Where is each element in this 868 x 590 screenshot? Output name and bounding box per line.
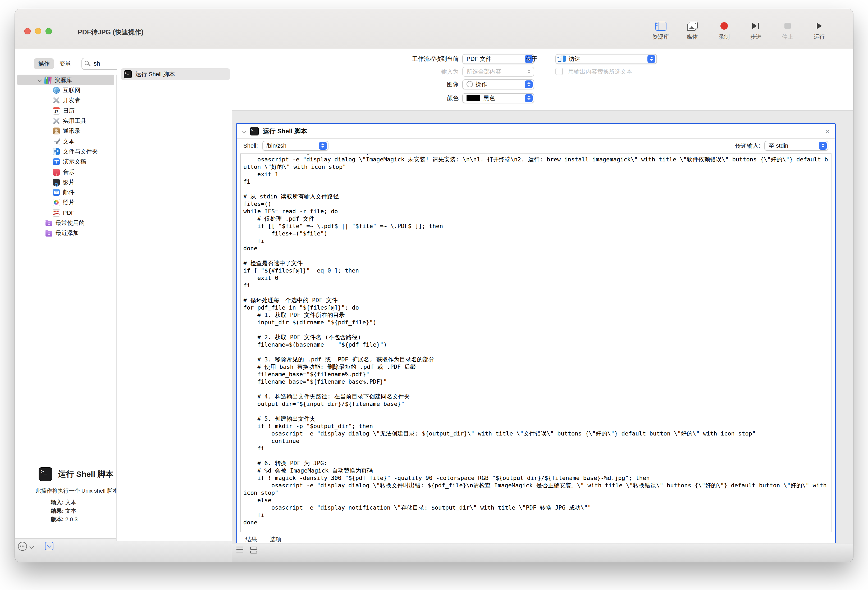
- shell-script-editor[interactable]: if ! command -v magick &> /dev/null; the…: [240, 154, 831, 532]
- automator-window: PDF转JPG (快速操作) 资源库 媒体 录制 步进: [15, 9, 853, 562]
- description-field-version: 版本: 2.0.3: [51, 515, 78, 523]
- bottom-bar: [232, 543, 853, 562]
- description-field-input: 输入: 文本: [51, 498, 78, 506]
- application-popup[interactable]: 访达: [555, 54, 657, 64]
- calendar-icon: 17: [53, 107, 60, 114]
- pdf-icon: PDF: [53, 209, 60, 216]
- search-icon: [85, 61, 90, 67]
- smart-folder-icon: ⚙: [46, 231, 52, 236]
- shell-script-text[interactable]: osascript -e "display dialog \"ImageMagi…: [243, 156, 828, 526]
- developer-tools-icon: [53, 97, 60, 104]
- description-fields: 输入: 文本 结果: 文本 版本: 2.0.3: [51, 498, 78, 523]
- finder-icon: [53, 148, 60, 155]
- actions-list: >_ 运行 Shell 脚本: [117, 49, 232, 541]
- record-icon: [720, 22, 728, 30]
- media-button[interactable]: 媒体: [681, 21, 704, 41]
- description-header: >_ 运行 Shell 脚本: [38, 467, 113, 481]
- pass-input-popup[interactable]: 至 stdin: [764, 140, 828, 151]
- input-is-label: 输入为: [353, 68, 459, 75]
- image-popup[interactable]: 操作: [462, 79, 534, 89]
- popup-stepper-icon: [525, 94, 533, 102]
- sidebar-item-photos[interactable]: 照片: [15, 198, 117, 208]
- music-icon: ♪: [53, 169, 60, 175]
- sidebar-item-text[interactable]: 文本: [15, 136, 117, 146]
- located-in-label: 位于: [484, 55, 537, 63]
- panel-view-icon[interactable]: [250, 547, 257, 553]
- replace-selected-text-checkbox: [555, 68, 563, 75]
- library-sidebar-icon: [655, 21, 666, 30]
- ellipsis-circle-icon[interactable]: [18, 542, 27, 551]
- sidebar-item-movies[interactable]: Q 影片: [15, 177, 117, 187]
- chevron-down-icon[interactable]: [242, 129, 246, 134]
- list-view-icon[interactable]: [236, 547, 243, 552]
- replace-selected-text-label: 用输出内容替换所选文本: [568, 68, 632, 75]
- sidebar-item-internet[interactable]: 互联网: [15, 85, 117, 96]
- results-link[interactable]: 结果: [245, 535, 257, 543]
- window-title: PDF转JPG (快速操作): [78, 28, 144, 37]
- color-popup[interactable]: 黑色: [462, 93, 534, 103]
- sidebar-item-most-used[interactable]: ⚙ 最常使用的: [15, 218, 117, 228]
- desktop: PDF转JPG (快速操作) 资源库 媒体 录制 步进: [0, 0, 868, 590]
- finder-icon: [559, 56, 566, 62]
- terminal-icon: >_: [250, 127, 259, 136]
- description-text: 此操作将执行一个 Unix shell 脚本。: [35, 487, 124, 495]
- action-title: 运行 Shell 脚本: [263, 127, 307, 136]
- utilities-tools-icon: [53, 117, 60, 124]
- color-swatch: [466, 95, 480, 101]
- photos-icon: [53, 199, 60, 206]
- close-icon[interactable]: ×: [825, 128, 830, 135]
- pass-input-label: 传递输入:: [735, 142, 760, 149]
- stop-icon: [784, 23, 791, 29]
- tab-variables[interactable]: 变量: [55, 58, 75, 69]
- workflow-area: 工作流程收到当前 PDF 文件 位于 访达 输入为: [232, 49, 853, 562]
- clipped-script-line: if ! command -v magick &> /dev/null; the…: [243, 154, 828, 156]
- library-tree: 资源库 互联网 开发者 17 日历 实用工具: [15, 75, 117, 238]
- sidebar-footer: [15, 538, 232, 562]
- contacts-icon: [53, 128, 60, 135]
- sidebar-item-files-folders[interactable]: 文件与文件夹: [15, 146, 117, 157]
- popup-stepper-icon: [319, 142, 327, 149]
- workflow-receives-label: 工作流程收到当前: [353, 55, 459, 63]
- shell-label: Shell:: [243, 142, 258, 149]
- sidebar-item-mail[interactable]: 邮件: [15, 187, 117, 198]
- stop-button: 停止: [776, 21, 799, 41]
- minimize-window-button[interactable]: [35, 28, 41, 34]
- workflow-settings: 工作流程收到当前 PDF 文件 位于 访达 输入为: [232, 49, 853, 111]
- tab-actions[interactable]: 操作: [34, 58, 54, 69]
- run-button[interactable]: 运行: [808, 21, 831, 41]
- sidebar-item-library[interactable]: 资源库: [17, 75, 114, 85]
- zoom-window-button[interactable]: [46, 28, 52, 34]
- terminal-icon: >_: [124, 70, 132, 78]
- snippet-pane-toggle-icon[interactable]: [45, 542, 53, 550]
- run-shell-script-action: >_ 运行 Shell 脚本 × Shell: /bin/zsh 传递输入:: [236, 123, 836, 547]
- sidebar-item-utilities[interactable]: 实用工具: [15, 116, 117, 126]
- sidebar-item-presentations[interactable]: 演示文稿: [15, 157, 117, 167]
- sidebar-item-developer[interactable]: 开发者: [15, 96, 117, 106]
- mail-icon: [53, 189, 60, 196]
- description-title: 运行 Shell 脚本: [58, 469, 113, 479]
- sidebar-item-pdf[interactable]: PDF PDF: [15, 208, 117, 218]
- chevron-down-icon[interactable]: [30, 544, 34, 549]
- sidebar-item-music[interactable]: ♪ 音乐: [15, 167, 117, 177]
- shell-popup[interactable]: /bin/zsh: [262, 140, 328, 151]
- keynote-icon: [53, 158, 60, 165]
- action-controls: Shell: /bin/zsh 传递输入: 至 stdin: [237, 139, 835, 152]
- run-icon: [817, 23, 822, 29]
- sidebar-item-recently-added[interactable]: ⚙ 最近添加: [15, 228, 117, 238]
- popup-stepper-icon: [647, 55, 655, 63]
- internet-globe-icon: [53, 87, 60, 94]
- record-button[interactable]: 录制: [713, 21, 736, 41]
- step-forward-icon: [752, 23, 760, 29]
- library-button[interactable]: 资源库: [649, 21, 672, 41]
- media-icon: [689, 21, 698, 29]
- close-window-button[interactable]: [24, 28, 31, 34]
- action-list-item-run-shell-script[interactable]: >_ 运行 Shell 脚本: [121, 68, 230, 80]
- terminal-icon: >_: [38, 467, 52, 481]
- action-header[interactable]: >_ 运行 Shell 脚本 ×: [237, 124, 835, 138]
- description-field-result: 结果: 文本: [51, 506, 78, 515]
- options-link[interactable]: 选项: [270, 535, 281, 543]
- chevron-down-icon[interactable]: [38, 78, 42, 82]
- sidebar-item-calendar[interactable]: 17 日历: [15, 106, 117, 116]
- step-button[interactable]: 步进: [744, 21, 768, 41]
- sidebar-item-contacts[interactable]: 通讯录: [15, 126, 117, 136]
